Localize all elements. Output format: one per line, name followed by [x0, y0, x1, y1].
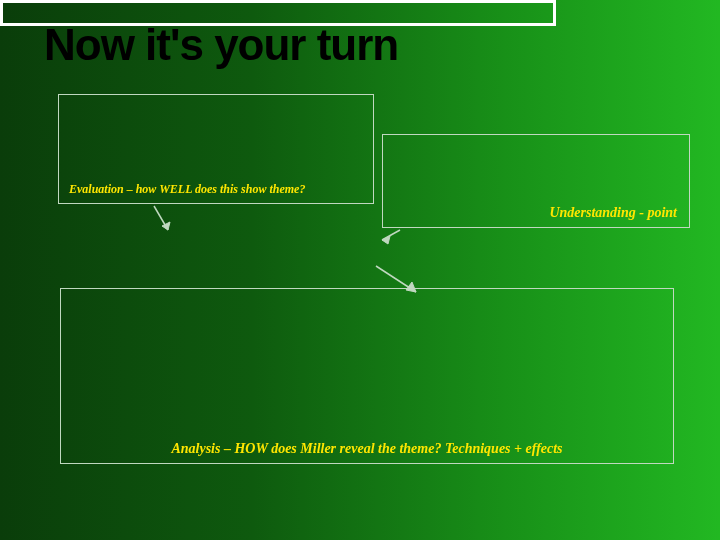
slide: Now it's your turn Evaluation – how WELL…: [0, 0, 720, 540]
understanding-box: Understanding - point: [382, 134, 690, 228]
slide-title: Now it's your turn: [44, 20, 398, 70]
arrow-eval-to-white: [148, 204, 178, 240]
analysis-label: Analysis – HOW does Miller reveal the th…: [61, 441, 673, 457]
evaluation-box: Evaluation – how WELL does this show the…: [58, 94, 374, 204]
understanding-label: Understanding - point: [549, 205, 677, 221]
evaluation-label: Evaluation – how WELL does this show the…: [69, 182, 305, 197]
arrow-understand-to-white: [376, 228, 404, 246]
analysis-box: Analysis – HOW does Miller reveal the th…: [60, 288, 674, 464]
